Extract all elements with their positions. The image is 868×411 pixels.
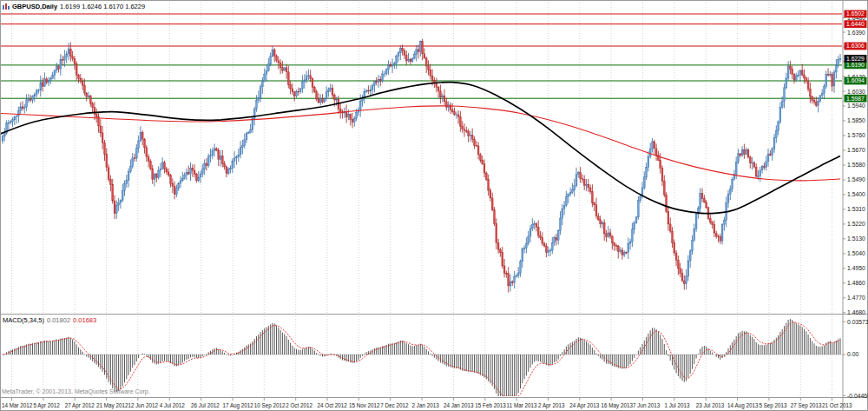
ohlc-values: 1.6199 1.6246 1.6170 1.6229 [60, 3, 145, 10]
support-price-label-text: 1.5987 [846, 96, 865, 102]
macd-tick-label: 0.00 [847, 351, 858, 357]
copyright-label: MetaTrader, © 2001-2013, MetaQuotes Soft… [2, 388, 150, 394]
grid-lines [12, 2, 832, 396]
macd-main-value: 0.01802 [47, 316, 70, 324]
date-tick-label: 10 Sep 2012 [254, 402, 286, 409]
candles [2, 39, 841, 293]
price-tick-label: 1.5490 [847, 176, 865, 182]
ma-slow-black-line [0, 83, 840, 214]
macd-axis[interactable]: 0.035730.00-0.04468 [843, 319, 868, 399]
date-tick-label: 1 Jul 2013 [664, 402, 690, 408]
date-tick-label: 24 Oct 2012 [318, 402, 348, 408]
price-tick-label: 1.5400 [847, 191, 865, 197]
date-tick-label: 14 Mar 2012 [2, 402, 33, 408]
price-tick-label: 1.6390 [847, 30, 865, 36]
date-tick-label: 7 Dec 2012 [380, 402, 409, 408]
date-tick-label: 21 May 2012 [96, 402, 128, 409]
symbol-period-label: GBPUSD,Daily [12, 3, 57, 10]
date-tick-label: 2 Apr 2013 [538, 402, 565, 409]
date-tick-label: 26 Jul 2012 [191, 402, 220, 408]
date-tick-label: 17 Aug 2012 [223, 402, 254, 409]
price-tick-label: 1.5220 [847, 221, 865, 227]
resistance-price-label-text: 1.6440 [846, 21, 865, 27]
support-price-label-text: 1.6094 [846, 77, 865, 83]
chart-window: 1.64801.63901.63001.62101.61201.60301.59… [0, 0, 868, 411]
date-tick-label: 15 Feb 2013 [475, 402, 506, 408]
date-tick-label: 4 Jul 2012 [160, 402, 186, 408]
date-tick-label: 15 Nov 2012 [349, 402, 380, 408]
chart-title-bar: GBPUSD,Daily 1.6199 1.6246 1.6170 1.6229 [3, 3, 145, 10]
date-axis[interactable]: 14 Mar 20125 Apr 201227 Apr 201221 May 2… [2, 398, 852, 409]
price-tick-label: 1.4860 [847, 280, 865, 286]
macd-tick-label: -0.04468 [847, 393, 868, 399]
macd-tick-label: 0.03573 [847, 319, 868, 325]
date-tick-label: 12 Jun 2012 [128, 402, 158, 408]
level-lines[interactable] [0, 14, 843, 98]
price-tick-label: 1.5040 [847, 250, 865, 256]
current-price-label-text: 1.6229 [846, 56, 865, 62]
price-tick-label: 1.6030 [847, 89, 865, 95]
date-tick-label: 27 Apr 2012 [65, 402, 95, 409]
price-tick-label: 1.4950 [847, 265, 865, 271]
date-tick-label: 2 Jan 2013 [412, 402, 440, 408]
date-tick-label: 14 Aug 2013 [727, 402, 759, 409]
gbpusd-daily-chart-canvas[interactable]: 1.64801.63901.63001.62101.61201.60301.59… [0, 0, 868, 411]
date-tick-label: 2 Oct 2012 [286, 402, 312, 408]
date-tick-label: 16 May 2013 [602, 402, 634, 409]
support-price-label-text: 1.6190 [846, 62, 865, 68]
price-tick-label: 1.5670 [847, 147, 865, 153]
resistance-price-label-text: 1.6306 [846, 43, 865, 49]
date-tick-label: 7 Jun 2013 [633, 402, 661, 408]
macd-signal-value: 0.01683 [73, 316, 96, 324]
price-tick-label: 1.5310 [847, 206, 865, 212]
candlestick-icon [3, 3, 10, 10]
price-tick-label: 1.5760 [847, 132, 865, 138]
price-tick-label: 1.5850 [847, 117, 865, 123]
price-axis[interactable]: 1.64801.63901.63001.62101.61201.60301.59… [843, 10, 867, 316]
date-tick-label: 24 Apr 2013 [569, 402, 599, 409]
date-tick-label: 5 Sep 2013 [759, 402, 787, 409]
macd-name: MACD(5,34,5) [3, 316, 44, 324]
price-tick-label: 1.4770 [847, 295, 865, 301]
date-tick-label: 5 Apr 2012 [33, 402, 60, 409]
price-tick-label: 1.5130 [847, 235, 865, 242]
ma-fast-red-line [0, 106, 840, 181]
date-tick-label: 23 Jul 2013 [696, 402, 725, 408]
date-tick-label: 24 Jan 2013 [444, 402, 474, 408]
date-tick-label: 11 Mar 2013 [507, 402, 537, 408]
price-tick-label: 1.4680 [847, 309, 865, 315]
date-tick-label: 27 Sep 2013 [791, 402, 822, 409]
macd-indicator-label: MACD(5,34,5)0.018020.01683 [3, 316, 96, 324]
price-tick-label: 1.5940 [847, 103, 865, 109]
date-tick-label: 21 Oct 2013 [822, 402, 852, 408]
macd-histogram [3, 319, 840, 396]
resistance-price-label-text: 1.6502 [846, 10, 865, 17]
price-tick-label: 1.5580 [847, 162, 865, 168]
